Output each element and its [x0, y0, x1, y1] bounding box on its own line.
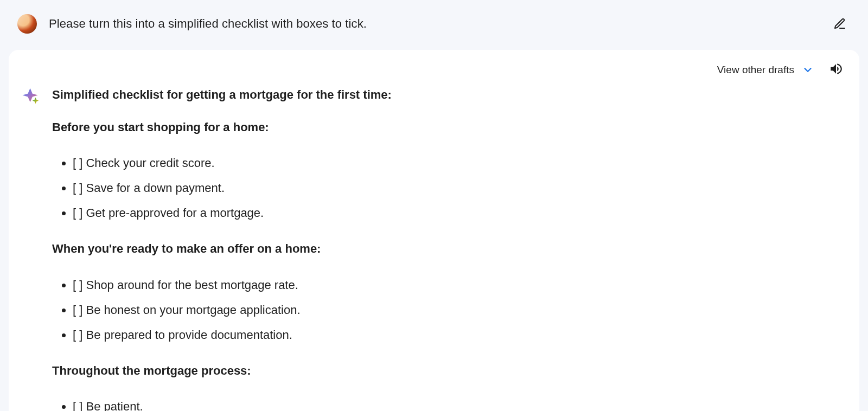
section-heading: When you're ready to make an offer on a … [52, 240, 392, 258]
edit-prompt-button[interactable] [829, 13, 851, 35]
list-item: [ ] Check your credit score. [73, 151, 392, 176]
checkbox-glyph: [ ] [73, 400, 82, 411]
list-item-text: Get pre-approved for a mortgage. [86, 206, 264, 220]
read-aloud-button[interactable] [829, 62, 843, 78]
view-other-drafts-button[interactable]: View other drafts [717, 64, 814, 76]
section-heading: Before you start shopping for a home: [52, 118, 392, 137]
response-content: Simplified checklist for getting a mortg… [52, 86, 392, 411]
speaker-icon [829, 62, 843, 76]
view-other-drafts-label: View other drafts [717, 64, 794, 76]
checkbox-glyph: [ ] [73, 328, 82, 342]
checkbox-glyph: [ ] [73, 181, 82, 195]
checkbox-glyph: [ ] [73, 303, 82, 317]
list-item: [ ] Shop around for the best mortgage ra… [73, 273, 392, 298]
pencil-icon [833, 17, 846, 30]
list-item: [ ] Be honest on your mortgage applicati… [73, 298, 392, 323]
bard-sparkle-icon [22, 87, 40, 107]
checkbox-glyph: [ ] [73, 156, 82, 170]
list-item-text: Be patient. [86, 400, 143, 411]
response-toolbar: View other drafts [22, 60, 846, 82]
list-item-text: Be honest on your mortgage application. [86, 303, 300, 317]
user-prompt-text: Please turn this into a simplified check… [49, 17, 367, 31]
checklist: [ ] Shop around for the best mortgage ra… [52, 273, 392, 348]
response-card: View other drafts [9, 50, 859, 411]
list-item: [ ] Get pre-approved for a mortgage. [73, 201, 392, 226]
list-item-text: Check your credit score. [86, 156, 214, 170]
chevron-down-icon [802, 64, 814, 76]
user-prompt-row: Please turn this into a simplified check… [9, 8, 859, 47]
list-item: [ ] Be prepared to provide documentation… [73, 323, 392, 348]
user-avatar [17, 14, 37, 34]
list-item: [ ] Be patient. [73, 394, 392, 411]
list-item: [ ] Save for a down payment. [73, 176, 392, 201]
list-item-text: Shop around for the best mortgage rate. [86, 278, 298, 292]
checklist: [ ] Be patient. [52, 394, 392, 411]
section-heading: Throughout the mortgage process: [52, 362, 392, 380]
list-item-text: Save for a down payment. [86, 181, 225, 195]
response-title: Simplified checklist for getting a mortg… [52, 86, 392, 104]
checkbox-glyph: [ ] [73, 278, 82, 292]
checklist: [ ] Check your credit score. [ ] Save fo… [52, 151, 392, 226]
list-item-text: Be prepared to provide documentation. [86, 328, 292, 342]
checkbox-glyph: [ ] [73, 206, 82, 220]
